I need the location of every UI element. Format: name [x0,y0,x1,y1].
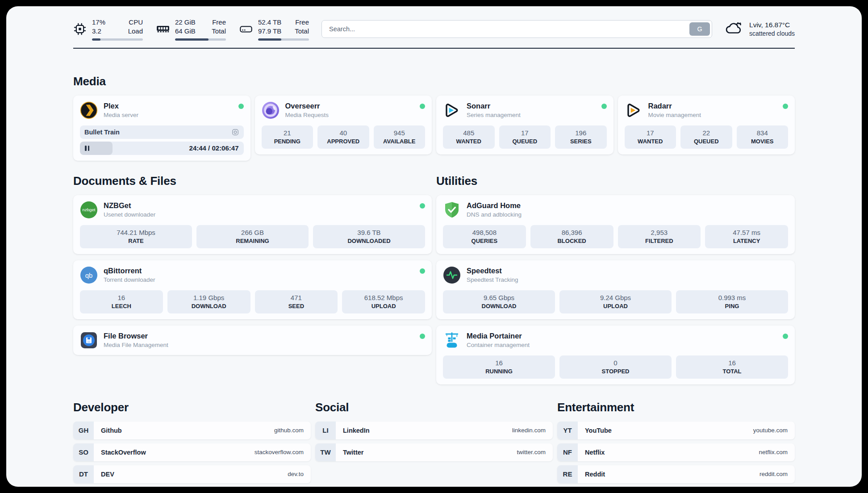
bookmark-url: reddit.com [760,471,788,477]
memory-total-label: Total [212,27,226,36]
radarr-card[interactable]: Radarr Movie management 17WANTED 22QUEUE… [618,96,795,155]
entertainment-column: Entertainment YT YouTube youtube.com NF … [557,401,795,483]
memory-progress-fill [175,38,209,41]
cpu-progress-fill [92,38,100,41]
bookmark-url: youtube.com [753,427,788,434]
utilities-column: Utilities AdGuard Home [436,174,795,384]
speedtest-card[interactable]: Speedtest Speedtest Tracking 9.65 GbpsDO… [436,260,795,319]
filebrowser-card[interactable]: File Browser Media File Management [73,326,432,355]
memory-total-value: 64 GiB [175,27,196,36]
stat-filtered: 2,953FILTERED [618,225,701,248]
adguard-card[interactable]: AdGuard Home DNS and adblocking 498,508Q… [436,195,795,254]
app-subtitle: Media File Management [104,342,414,348]
stat-latency: 47.57 msLATENCY [705,225,788,248]
hard-drive-icon [239,22,253,36]
stat-approved: 40APPROVED [317,125,369,149]
search-input[interactable] [321,20,712,38]
portainer-card[interactable]: Media Portainer Container management 16R… [436,326,795,384]
overseerr-icon [262,101,280,119]
app-name: Plex [104,102,233,110]
app-name: Media Portainer [467,332,777,340]
bookmark-netflix[interactable]: NF Netflix netflix.com [557,443,795,461]
bookmark-abbr-badge: RE [557,465,578,483]
top-bar: 17% 3.2 CPU Load [73,18,795,41]
bookmark-url: netflix.com [759,449,788,455]
stat-seed: 471SEED [255,290,338,313]
bookmark-youtube[interactable]: YT YouTube youtube.com [557,422,795,439]
stat-running: 16RUNNING [443,355,555,379]
documents-column: Documents & Files nzbget NZBGet U [73,174,432,355]
speedtest-icon [443,266,461,284]
disk-progress-fill [258,38,281,41]
stat-queued: 22QUEUED [680,125,732,149]
overseerr-card[interactable]: Overseerr Media Requests 21PENDING 40APP… [255,96,432,155]
weather-condition: scattered clouds [749,30,795,37]
bookmark-name: Reddit [585,471,760,478]
svg-text:nzbget: nzbget [83,207,96,212]
playback-progress-bar[interactable]: 24:44 / 02:06:47 [80,142,244,155]
filebrowser-icon [80,331,98,349]
bookmark-name: Netflix [585,449,759,456]
nzbget-card[interactable]: nzbget NZBGet Usenet downloader 744.21 M… [73,195,432,254]
bookmark-github[interactable]: GH Github github.com [73,422,311,439]
bookmark-stackoverflow[interactable]: SO StackOverflow stackoverflow.com [73,443,311,461]
status-dot [238,104,244,109]
bookmark-dev[interactable]: DT DEV dev.to [73,465,311,483]
memory-ram-icon [156,22,170,36]
stat-available: 945AVAILABLE [374,125,426,149]
disk-free-label: Free [295,18,309,27]
bookmark-name: YouTube [585,427,753,434]
section-title-developer: Developer [73,401,311,414]
search-engine-button[interactable]: G [689,22,710,36]
bookmark-twitter[interactable]: TW Twitter twitter.com [315,443,553,461]
bookmark-url: twitter.com [517,449,546,455]
app-subtitle: Usenet downloader [104,211,414,218]
stat-upload: 618.52 MbpsUPLOAD [342,290,425,313]
playback-time: 24:44 / 02:06:47 [189,142,239,155]
disk-progress-track [258,38,309,41]
stat-total: 16TOTAL [676,355,788,379]
cpu-icon [73,22,87,36]
bookmark-url: linkedin.com [512,427,546,434]
disk-stat: 52.4 TB 97.9 TB Free Total [239,18,309,41]
stat-download: 9.65 GbpsDOWNLOAD [443,290,555,313]
stat-wanted: 17WANTED [625,125,676,149]
bookmark-abbr-badge: GH [73,422,94,439]
app-subtitle: Series management [467,112,596,118]
sonarr-card[interactable]: Sonarr Series management 485WANTED 17QUE… [436,96,613,155]
developer-column: Developer GH Github github.com SO StackO… [73,401,311,483]
bookmark-name: DEV [101,471,288,478]
app-subtitle: Speedtest Tracking [467,276,788,283]
qbittorrent-icon: qb [80,266,98,284]
plex-card[interactable]: Plex Media server Bullet Train [73,96,250,161]
bookmark-abbr-badge: NF [557,443,578,461]
bookmark-reddit[interactable]: RE Reddit reddit.com [557,465,795,483]
status-dot [420,203,425,209]
stat-remaining: 266 GBREMAINING [196,225,309,248]
app-subtitle: DNS and adblocking [467,211,788,218]
cpu-label: CPU [128,18,143,27]
stat-rate: 744.21 MbpsRATE [80,225,192,248]
bookmark-linkedin[interactable]: LI LinkedIn linkedin.com [315,422,553,439]
qbittorrent-card[interactable]: qb qBittorrent Torrent downloader 16LEEC… [73,260,432,319]
app-name: Speedtest [467,267,788,275]
bookmark-url: github.com [274,427,304,434]
header-divider [73,48,795,49]
now-playing-title: Bullet Train [84,129,231,136]
disk-total-value: 97.9 TB [258,27,281,36]
section-title-social: Social [315,401,553,414]
app-name: qBittorrent [104,267,414,275]
portainer-icon [443,331,461,349]
radarr-icon [625,101,643,119]
section-title-entertainment: Entertainment [557,401,795,414]
status-dot [420,334,425,339]
stat-downloaded: 39.6 TBDOWNLOADED [313,225,425,248]
system-stats: 17% 3.2 CPU Load [73,18,309,41]
app-name: Sonarr [467,102,596,110]
video-camera-icon [231,128,239,136]
stat-movies: 834MOVIES [737,125,789,149]
cpu-stat: 17% 3.2 CPU Load [73,18,143,41]
now-playing-bar: Bullet Train [80,125,244,139]
bookmark-abbr-badge: TW [315,443,336,461]
pause-icon [85,146,89,151]
